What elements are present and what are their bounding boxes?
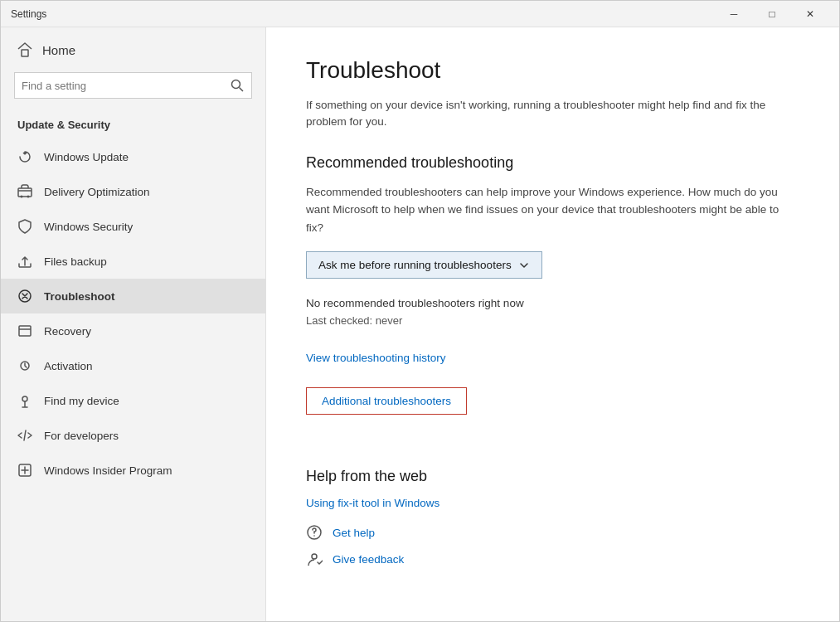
sidebar-home-label: Home [42,43,75,57]
sidebar-search-box[interactable] [14,72,252,99]
insider-icon [17,463,32,478]
find-icon [17,393,32,408]
recommended-section-title: Recommended troubleshooting [306,154,799,172]
sidebar-item-recovery[interactable]: Recovery [1,313,265,348]
give-feedback-action: Give feedback [306,551,799,567]
titlebar: Settings ─ □ ✕ [1,1,839,27]
settings-window: Settings ─ □ ✕ Home [0,0,840,622]
titlebar-controls: ─ □ ✕ [715,1,829,27]
status-sub: Last checked: never [306,314,799,327]
sidebar-item-files-backup[interactable]: Files backup [1,244,265,279]
troubleshoot-icon [17,289,32,304]
sidebar-label-for-developers: For developers [44,430,119,442]
additional-troubleshooters-link[interactable]: Additional troubleshooters [306,387,467,415]
svg-rect-0 [22,50,28,56]
svg-rect-7 [19,326,31,336]
get-help-text[interactable]: Get help [333,527,375,539]
sidebar-label-troubleshoot: Troubleshoot [44,290,115,303]
search-icon [230,78,245,93]
sidebar-label-find-my-device: Find my device [44,395,119,407]
sidebar-item-windows-update[interactable]: Windows Update [1,139,265,174]
sidebar-item-for-developers[interactable]: For developers [1,418,265,453]
close-button[interactable]: ✕ [791,1,829,27]
maximize-button[interactable]: □ [753,1,791,27]
svg-point-11 [313,535,315,537]
give-feedback-text[interactable]: Give feedback [333,553,404,566]
status-text: No recommended troubleshooters right now [306,297,799,309]
sidebar: Home Update & Security [1,27,266,621]
sidebar-label-windows-security: Windows Security [44,221,133,233]
svg-point-1 [232,80,240,89]
sidebar-item-home[interactable]: Home [1,27,265,69]
svg-point-4 [21,196,23,198]
sidebar-item-windows-insider[interactable]: Windows Insider Program [1,453,265,488]
recommended-description: Recommended troubleshooters can help imp… [306,183,799,237]
delivery-icon [17,184,32,199]
give-feedback-icon [306,551,323,567]
svg-point-12 [312,554,317,559]
sidebar-section-title: Update & Security [1,112,265,139]
history-link[interactable]: View troubleshooting history [306,352,446,364]
sidebar-item-delivery-optimization[interactable]: Delivery Optimization [1,174,265,209]
sidebar-item-activation[interactable]: Activation [1,348,265,383]
backup-icon [17,254,32,269]
titlebar-title: Settings [11,8,715,20]
get-help-icon [306,524,323,541]
home-icon [17,42,32,57]
help-section-title: Help from the web [306,468,799,485]
svg-point-5 [27,196,30,198]
sidebar-item-windows-security[interactable]: Windows Security [1,209,265,244]
sidebar-label-delivery-optimization: Delivery Optimization [44,186,150,198]
get-help-action: Get help [306,524,799,541]
search-input[interactable] [22,80,230,92]
chevron-down-icon [518,260,530,271]
page-description: If something on your device isn't workin… [306,97,799,131]
sidebar-label-windows-update: Windows Update [44,151,129,163]
sidebar-label-recovery: Recovery [44,325,91,338]
sidebar-label-activation: Activation [44,360,93,372]
developers-icon [17,428,32,443]
svg-point-8 [22,396,27,401]
sidebar-item-troubleshoot[interactable]: Troubleshoot [1,279,265,313]
svg-line-2 [240,88,244,92]
sidebar-item-find-my-device[interactable]: Find my device [1,383,265,418]
page-title: Troubleshoot [306,57,799,84]
fix-link[interactable]: Using fix-it tool in Windows [306,497,799,509]
activation-icon [17,358,32,373]
dropdown-label: Ask me before running troubleshooters [318,259,512,271]
security-icon [17,219,32,234]
content-area: Home Update & Security [1,27,839,621]
main-content: Troubleshoot If something on your device… [266,27,839,621]
recovery-icon [17,323,32,338]
sidebar-label-files-backup: Files backup [44,255,107,268]
minimize-button[interactable]: ─ [715,1,753,27]
update-icon [17,149,32,164]
sidebar-label-windows-insider: Windows Insider Program [44,464,172,477]
svg-rect-3 [18,188,32,197]
troubleshoot-dropdown[interactable]: Ask me before running troubleshooters [306,251,542,279]
